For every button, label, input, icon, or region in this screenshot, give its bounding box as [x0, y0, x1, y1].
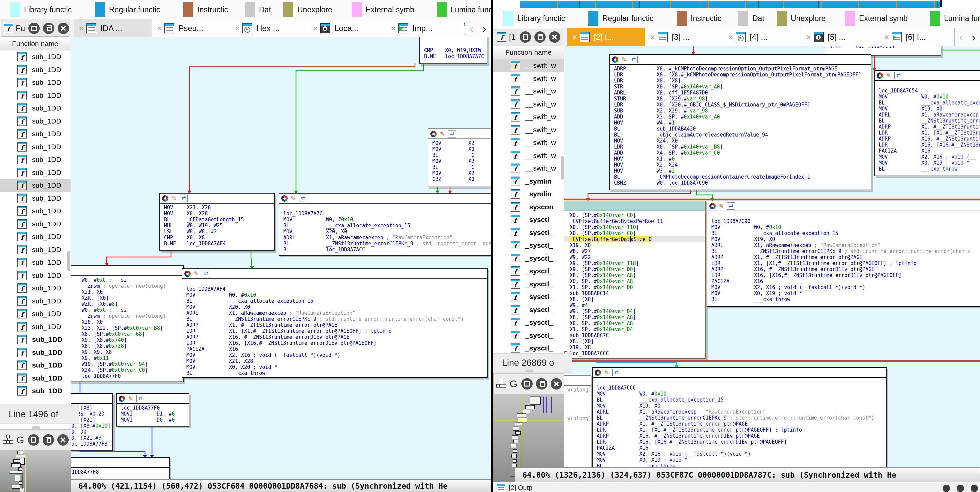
- basic-block[interactable]: ✎⇄MOVX2MOVX0BL_CMOVX2BL_CMOVX2CBZX0: [428, 128, 491, 187]
- tab-scroll-next-icon[interactable]: ›: [482, 22, 486, 35]
- color-wheel-icon[interactable]: [282, 195, 288, 201]
- tab-hex[interactable]: ×Hex ...: [230, 19, 308, 37]
- basic-block[interactable]: CMPX0, W19,UXTWB.NEloc_1DD8A7A7C: [419, 37, 487, 64]
- function-list-item[interactable]: f__swift_w: [493, 136, 564, 149]
- color-wheel-icon[interactable]: [612, 56, 618, 63]
- close-panel-button[interactable]: [550, 378, 562, 390]
- function-list-item[interactable]: fsub_1DD: [0, 217, 71, 231]
- color-wheel-icon[interactable]: [162, 195, 168, 201]
- tab-imp[interactable]: ×Imp...: [386, 19, 464, 37]
- function-list-item[interactable]: f__swift_w: [493, 85, 564, 98]
- tab-scroll-prev-icon[interactable]: ‹: [959, 31, 963, 44]
- color-wheel-icon[interactable]: [430, 131, 437, 137]
- function-list-item[interactable]: f__swift_w: [493, 98, 564, 111]
- maximize-button[interactable]: [28, 434, 39, 446]
- basic-block[interactable]: ✎⇄ loc_1DD8A7AF4MOVW0, #0x10BL___cxa_all…: [182, 268, 488, 378]
- basic-block[interactable]: ✎⇄loc_1DD8A77F0MOVID1, #0MOVID0, #0: [116, 393, 189, 427]
- function-list-item[interactable]: fsub_1DD: [0, 256, 71, 269]
- cascade-button[interactable]: [43, 23, 54, 34]
- function-list-item[interactable]: f__swift_w: [493, 123, 564, 136]
- tab-close-icon[interactable]: ×: [391, 23, 396, 34]
- function-list-item[interactable]: fsub_1DD: [0, 230, 71, 243]
- tab-close-icon[interactable]: ×: [884, 32, 889, 42]
- function-list-item[interactable]: f_symlin: [493, 175, 564, 188]
- basic-block[interactable]: loc_1DD8A77F8: [71, 457, 170, 479]
- tab-2i[interactable]: ×[2] I...: [567, 28, 645, 46]
- function-list-item[interactable]: fsub_1DD: [0, 166, 71, 179]
- disassembly-graph[interactable]: B.LEloc_1DD8A7C54✎⇄ADRPX8, #_kCMPhotoDec…: [564, 46, 980, 467]
- tab-4[interactable]: ×[4] ...: [723, 28, 801, 46]
- function-list-item[interactable]: fsub_1DD: [0, 64, 71, 77]
- function-list-item[interactable]: fsub_1DD: [0, 128, 71, 141]
- tab-close-icon[interactable]: ×: [157, 23, 162, 34]
- edit-icon[interactable]: ✎: [604, 369, 609, 376]
- edit-icon[interactable]: ✎: [291, 195, 296, 201]
- close-panel-button[interactable]: [57, 434, 68, 446]
- function-list-item[interactable]: f_sysctl_: [493, 239, 564, 252]
- basic-block[interactable]: ✎⇄ loc_1DD8A7C54MOVW0, #0x10BL___cxa_all…: [874, 70, 980, 176]
- tab-close-icon[interactable]: ×: [806, 32, 811, 42]
- color-wheel-icon[interactable]: [877, 72, 883, 79]
- tab-close-icon[interactable]: ×: [572, 32, 577, 42]
- edit-icon[interactable]: ✎: [886, 72, 891, 79]
- function-list-item[interactable]: fsub_1DD: [0, 295, 71, 308]
- function-list-item[interactable]: fsub_1DD: [0, 320, 71, 334]
- function-list-item[interactable]: f_sysctl_: [493, 342, 564, 354]
- tab-pseu[interactable]: ×Pseu...: [152, 19, 230, 37]
- shuffle-icon[interactable]: ⇄: [894, 72, 902, 79]
- tab-close-icon[interactable]: ×: [650, 32, 655, 42]
- cascade-button[interactable]: [43, 434, 54, 446]
- basic-block[interactable]: v(ulong)v(ulong): [564, 375, 591, 467]
- output-window-tab[interactable]: [2] Outp: [493, 483, 980, 492]
- function-list-item[interactable]: fsub_1DD: [0, 269, 71, 282]
- edit-icon[interactable]: ✎: [621, 56, 627, 63]
- shuffle-icon[interactable]: ⇄: [136, 395, 144, 402]
- function-list-item[interactable]: f_sysctl_: [493, 226, 564, 239]
- edit-icon[interactable]: ✎: [171, 195, 177, 201]
- function-list-item[interactable]: f__swift_w: [493, 72, 564, 85]
- tab-3[interactable]: ×[3] ...: [645, 28, 723, 46]
- edit-icon[interactable]: ✎: [194, 271, 199, 277]
- function-list-item[interactable]: f__swift_w: [493, 162, 564, 175]
- tab-6i[interactable]: ×[6] I...: [879, 28, 955, 46]
- maximize-button[interactable]: [521, 378, 533, 390]
- function-list-item[interactable]: fsub_1DD: [0, 179, 71, 192]
- graph-overview-thumbnail[interactable]: [0, 450, 71, 492]
- cascade-button[interactable]: [535, 31, 546, 43]
- shuffle-icon[interactable]: ⇄: [612, 369, 620, 376]
- function-list-item[interactable]: f_sysctl_: [493, 304, 564, 316]
- function-list-item[interactable]: f_sysctl_: [493, 265, 564, 278]
- tab-loca[interactable]: ×Loca...: [308, 19, 386, 37]
- function-list-item[interactable]: f__swift_w: [493, 59, 564, 72]
- function-list-item[interactable]: fsub_1DD: [0, 333, 71, 346]
- function-list-item[interactable]: fsub_1DD: [0, 153, 71, 166]
- basic-block[interactable]: ✎⇄ loc_1DD8A7CCCMOVW0, #0x10BL___cxa_all…: [592, 367, 887, 467]
- output-window-buttons[interactable]: [943, 485, 978, 492]
- function-list-item[interactable]: fsub_1DD: [0, 89, 71, 102]
- function-list-item[interactable]: f_sysctl_: [493, 291, 564, 304]
- tab-close-icon[interactable]: ×: [235, 23, 240, 34]
- tab-scroll-prev-icon[interactable]: ‹: [470, 22, 473, 35]
- basic-block[interactable]: ✎⇄ loc_1DD8A7A7CMOVW0, #0x10BL___cxa_all…: [278, 193, 491, 256]
- shuffle-icon[interactable]: ⇄: [202, 270, 210, 277]
- function-list-item[interactable]: fsub_1DD: [0, 307, 71, 320]
- basic-block[interactable]: W0, #0xC ; __sz__Znwm ; operator new(ulo…: [71, 265, 184, 382]
- function-list-item[interactable]: f_symlin: [493, 188, 564, 201]
- close-panel-button[interactable]: [549, 31, 560, 43]
- function-list-item[interactable]: fsub_1DD: [0, 346, 71, 359]
- splitter-handle[interactable]: [32, 426, 40, 429]
- function-list-item[interactable]: fsub_1DD: [0, 385, 71, 398]
- function-list-item[interactable]: fsub_1DD: [0, 102, 71, 115]
- function-list-item[interactable]: f_sysctl: [493, 213, 564, 226]
- function-list-item[interactable]: fsub_1DD: [0, 359, 71, 372]
- function-list-item[interactable]: fsub_1DD: [0, 141, 71, 153]
- function-list-scrollbar[interactable]: [67, 251, 70, 271]
- shuffle-icon[interactable]: ⇄: [448, 130, 456, 137]
- edit-icon[interactable]: ✎: [128, 396, 133, 402]
- function-list-item[interactable]: f_syscon: [493, 201, 564, 214]
- function-list-item[interactable]: f__swift_w: [493, 110, 564, 123]
- close-panel-button[interactable]: [58, 23, 69, 34]
- color-wheel-icon[interactable]: [595, 369, 601, 376]
- function-list-scrollbar[interactable]: [561, 156, 564, 180]
- shuffle-icon[interactable]: ⇄: [299, 195, 307, 202]
